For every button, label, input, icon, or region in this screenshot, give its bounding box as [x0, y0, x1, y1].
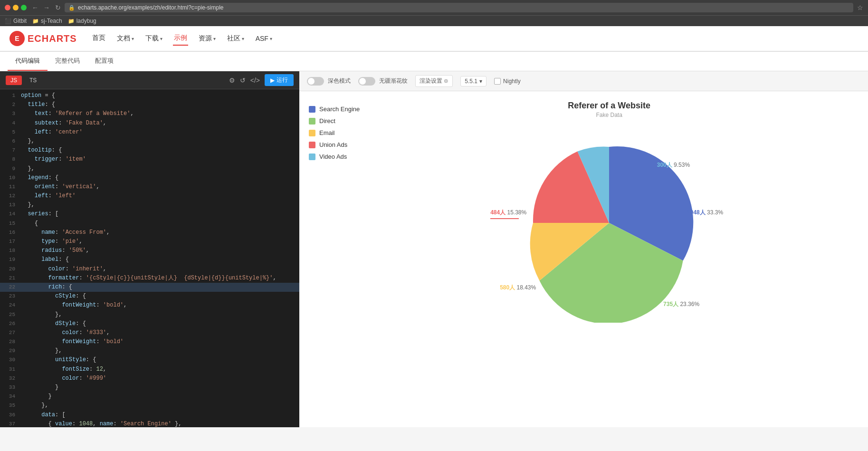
- tab-full-code[interactable]: 完整代码: [48, 52, 87, 71]
- browser-chrome: ← → ↻ 🔒 echarts.apache.org/examples/zh/e…: [0, 0, 868, 15]
- code-line: 5 left: 'center': [0, 128, 299, 137]
- code-line: 11 orient: 'vertical',: [0, 182, 299, 192]
- code-icon[interactable]: </>: [250, 77, 260, 84]
- chevron-down-icon: ▾: [270, 36, 272, 41]
- editor-icons: ⚙ ↺ </> ▶ 运行: [229, 74, 294, 86]
- address-bar[interactable]: 🔒 echarts.apache.org/examples/zh/editor.…: [65, 3, 853, 12]
- nav-asf[interactable]: ASF ▾: [255, 31, 273, 46]
- lang-tab-js[interactable]: JS: [6, 76, 22, 85]
- code-line: 21 formatter: '{cStyle|{c}}{unitStyle|人}…: [0, 274, 299, 283]
- reload-button[interactable]: ↻: [55, 4, 61, 11]
- bookmark-gitbit[interactable]: ⬛ Gitbit: [5, 18, 27, 24]
- close-window-btn[interactable]: [5, 5, 10, 10]
- code-line: 36 data: [: [0, 411, 299, 420]
- legend-color-direct: [309, 118, 315, 125]
- code-line: 23 cStyle: {: [0, 292, 299, 301]
- nav-home[interactable]: 首页: [91, 31, 106, 46]
- bookmark-star-icon[interactable]: ☆: [857, 4, 863, 11]
- bookmark-label: Gitbit: [13, 18, 27, 24]
- lang-tab-ts[interactable]: TS: [25, 76, 41, 85]
- no-limit-toggle-group: 无疆渐花纹: [358, 77, 408, 86]
- version-selector[interactable]: 5.5.1 ▾: [460, 76, 486, 86]
- logo-circle: E: [10, 31, 25, 46]
- nav-community[interactable]: 社区 ▾: [226, 31, 245, 46]
- minimize-window-btn[interactable]: [13, 5, 19, 10]
- bookmark-label: sj-Teach: [41, 18, 62, 24]
- nightly-checkbox[interactable]: [494, 78, 501, 85]
- code-line: 18 radius: '50%',: [0, 246, 299, 255]
- legend-label-email: Email: [319, 129, 335, 136]
- pie-chart-wrapper: 1048人 33.3% 735人 23.36% 580人 18.43%: [490, 123, 728, 323]
- code-line: 10 legend: {: [0, 173, 299, 182]
- legend-color-email: [309, 130, 315, 136]
- tab-config[interactable]: 配置项: [87, 52, 121, 71]
- browser-window-controls: [5, 5, 27, 10]
- chart-area: Search Engine Direct Email Union Ads Vid…: [299, 91, 868, 427]
- pie-value-union: 484人: [490, 209, 506, 216]
- bookmarks-bar: ⬛ Gitbit 📁 sj-Teach 📁 ladybug: [0, 15, 868, 26]
- refresh-icon[interactable]: ↺: [240, 77, 246, 84]
- legend-color-search: [309, 106, 315, 113]
- code-line: 28 fontWeight: 'bold': [0, 337, 299, 346]
- legend-label-video: Video Ads: [319, 153, 347, 160]
- nav-resources[interactable]: 资源 ▾: [198, 31, 217, 46]
- dark-mode-toggle[interactable]: [307, 77, 324, 86]
- lang-tabs: JS TS: [6, 76, 41, 85]
- code-line: 25 },: [0, 310, 299, 319]
- bookmark-sj-teach[interactable]: 📁 sj-Teach: [32, 18, 62, 24]
- pie-value-direct: 735人: [663, 301, 678, 307]
- back-button[interactable]: ←: [30, 4, 40, 11]
- bookmark-label: ladybug: [76, 18, 96, 24]
- pie-label-email: 580人 18.43%: [500, 284, 536, 292]
- chevron-down-icon: ▾: [242, 36, 244, 41]
- render-settings-label: 渲染设置 ⊙: [420, 77, 448, 85]
- run-button[interactable]: ▶ 运行: [265, 74, 294, 86]
- code-line: 3 text: 'Referer of a Website',: [0, 109, 299, 118]
- chevron-down-icon: ▾: [479, 78, 482, 85]
- run-label: 运行: [277, 76, 288, 84]
- pie-chart-svg: [490, 123, 728, 323]
- logo-text: ECHARTS: [28, 33, 77, 44]
- legend-label-direct: Direct: [319, 117, 335, 125]
- code-line: 31 fontSize: 12,: [0, 365, 299, 374]
- pie-pct-direct: 23.36%: [680, 301, 699, 307]
- preview-panel: 深色模式 无疆渐花纹 渲染设置 ⊙ 5.5.1 ▾ Nightly: [299, 71, 868, 427]
- folder-icon: 📁: [32, 18, 39, 24]
- pie-label-union: 484人 15.38%: [490, 209, 526, 219]
- code-editor[interactable]: JS TS ⚙ ↺ </> ▶ 运行 1 option = { 2 titl: [0, 71, 299, 427]
- run-icon: ▶: [270, 77, 275, 84]
- code-line: 33 }: [0, 383, 299, 392]
- forward-button[interactable]: →: [42, 4, 51, 11]
- dark-mode-toggle-group: 深色模式: [307, 77, 351, 86]
- no-limit-toggle[interactable]: [358, 77, 375, 86]
- chart-title: Referer of a Website: [568, 101, 650, 111]
- maximize-window-btn[interactable]: [21, 5, 27, 10]
- render-settings-btn[interactable]: 渲染设置 ⊙: [415, 75, 453, 87]
- tab-code-editor[interactable]: 代码编辑: [8, 52, 48, 71]
- editor-toolbar: JS TS ⚙ ↺ </> ▶ 运行: [0, 71, 299, 89]
- bookmark-ladybug[interactable]: 📁 ladybug: [68, 18, 96, 24]
- nav-examples[interactable]: 示例: [173, 31, 188, 46]
- toggle-knob: [359, 78, 366, 85]
- nav-download[interactable]: 下载 ▾: [144, 31, 163, 46]
- code-line: 12 left: 'left': [0, 192, 299, 201]
- legend-label-union: Union Ads: [319, 141, 347, 148]
- legend-item-video: Video Ads: [309, 153, 360, 160]
- code-line: 1 option = {: [0, 91, 299, 100]
- code-line: 9 },: [0, 164, 299, 173]
- app-header: E ECHARTS 首页 文档 ▾ 下载 ▾ 示例 资源 ▾ 社区 ▾ ASF …: [0, 26, 868, 52]
- code-line: 13 },: [0, 201, 299, 210]
- pie-pct-union: 15.38%: [507, 209, 527, 216]
- nightly-checkbox-group[interactable]: Nightly: [494, 78, 521, 85]
- toggle-knob: [308, 78, 315, 85]
- chevron-down-icon: ▾: [132, 36, 134, 41]
- nav-docs[interactable]: 文档 ▾: [116, 31, 135, 46]
- settings-icon[interactable]: ⚙: [229, 77, 235, 84]
- browser-nav-arrows: ← →: [30, 4, 51, 11]
- bookmark-icon: ⬛: [5, 18, 11, 24]
- union-line-indicator: [490, 218, 519, 219]
- code-line: 6 },: [0, 137, 299, 146]
- legend-label-search: Search Engine: [319, 106, 360, 113]
- nightly-label: Nightly: [503, 78, 521, 85]
- pie-label-video: 300人 9.53%: [657, 161, 690, 169]
